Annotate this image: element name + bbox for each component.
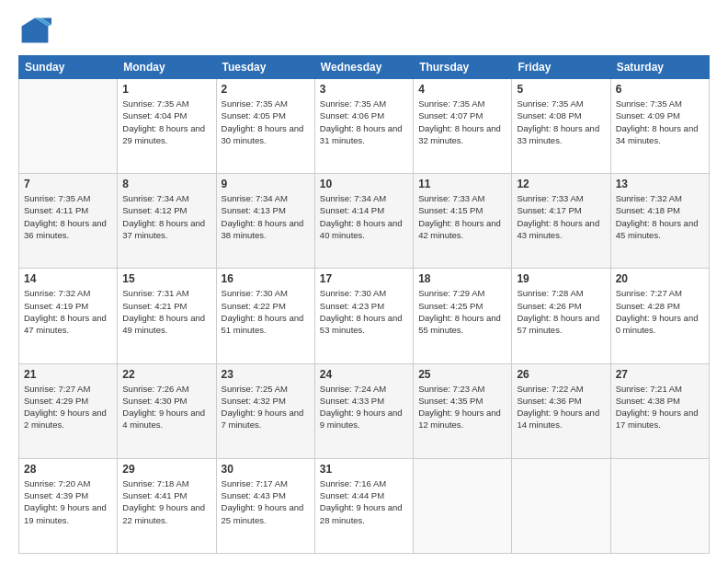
day-number: 27 bbox=[616, 368, 704, 381]
calendar-week-5: 28Sunrise: 7:20 AMSunset: 4:39 PMDayligh… bbox=[19, 458, 710, 553]
day-info: Sunrise: 7:34 AMSunset: 4:14 PMDaylight:… bbox=[320, 192, 408, 241]
day-number: 25 bbox=[418, 368, 506, 381]
calendar-week-1: 1Sunrise: 7:35 AMSunset: 4:04 PMDaylight… bbox=[19, 79, 710, 174]
day-info: Sunrise: 7:35 AMSunset: 4:08 PMDaylight:… bbox=[517, 98, 605, 146]
calendar-cell: 2Sunrise: 7:35 AMSunset: 4:05 PMDaylight… bbox=[216, 79, 314, 174]
day-info: Sunrise: 7:21 AMSunset: 4:38 PMDaylight:… bbox=[616, 383, 704, 431]
calendar-week-2: 7Sunrise: 7:35 AMSunset: 4:11 PMDaylight… bbox=[19, 174, 710, 269]
calendar-cell: 1Sunrise: 7:35 AMSunset: 4:04 PMDaylight… bbox=[118, 79, 216, 174]
weekday-header-tuesday: Tuesday bbox=[216, 56, 314, 79]
header bbox=[18, 15, 710, 48]
day-info: Sunrise: 7:30 AMSunset: 4:23 PMDaylight:… bbox=[320, 287, 408, 336]
logo bbox=[18, 15, 55, 48]
day-number: 15 bbox=[122, 272, 210, 285]
calendar-table: SundayMondayTuesdayWednesdayThursdayFrid… bbox=[18, 55, 710, 554]
day-info: Sunrise: 7:33 AMSunset: 4:15 PMDaylight:… bbox=[418, 192, 506, 241]
calendar-cell: 31Sunrise: 7:16 AMSunset: 4:44 PMDayligh… bbox=[314, 458, 413, 553]
day-info: Sunrise: 7:32 AMSunset: 4:19 PMDaylight:… bbox=[24, 287, 112, 336]
calendar-cell: 7Sunrise: 7:35 AMSunset: 4:11 PMDaylight… bbox=[19, 174, 118, 269]
day-info: Sunrise: 7:28 AMSunset: 4:26 PMDaylight:… bbox=[517, 287, 605, 336]
calendar-cell: 30Sunrise: 7:17 AMSunset: 4:43 PMDayligh… bbox=[216, 458, 314, 553]
day-info: Sunrise: 7:17 AMSunset: 4:43 PMDaylight:… bbox=[222, 477, 310, 526]
day-number: 17 bbox=[320, 272, 408, 285]
weekday-header-row: SundayMondayTuesdayWednesdayThursdayFrid… bbox=[19, 56, 710, 79]
day-info: Sunrise: 7:34 AMSunset: 4:12 PMDaylight:… bbox=[122, 192, 210, 241]
calendar-cell: 17Sunrise: 7:30 AMSunset: 4:23 PMDayligh… bbox=[314, 269, 413, 363]
day-number: 31 bbox=[320, 463, 408, 476]
day-number: 8 bbox=[122, 178, 210, 190]
calendar-cell: 8Sunrise: 7:34 AMSunset: 4:12 PMDaylight… bbox=[118, 174, 216, 269]
day-number: 9 bbox=[222, 178, 310, 190]
day-info: Sunrise: 7:24 AMSunset: 4:33 PMDaylight:… bbox=[320, 383, 408, 431]
day-info: Sunrise: 7:34 AMSunset: 4:13 PMDaylight:… bbox=[222, 192, 310, 241]
day-info: Sunrise: 7:20 AMSunset: 4:39 PMDaylight:… bbox=[24, 477, 112, 526]
calendar-cell: 11Sunrise: 7:33 AMSunset: 4:15 PMDayligh… bbox=[414, 174, 512, 269]
day-number: 28 bbox=[24, 463, 112, 476]
day-info: Sunrise: 7:23 AMSunset: 4:35 PMDaylight:… bbox=[418, 383, 506, 431]
weekday-header-thursday: Thursday bbox=[414, 56, 512, 79]
day-number: 24 bbox=[320, 368, 408, 381]
day-info: Sunrise: 7:22 AMSunset: 4:36 PMDaylight:… bbox=[517, 383, 605, 431]
day-info: Sunrise: 7:32 AMSunset: 4:18 PMDaylight:… bbox=[616, 192, 704, 241]
weekday-header-wednesday: Wednesday bbox=[314, 56, 413, 79]
day-info: Sunrise: 7:35 AMSunset: 4:07 PMDaylight:… bbox=[418, 98, 506, 146]
calendar-week-4: 21Sunrise: 7:27 AMSunset: 4:29 PMDayligh… bbox=[19, 363, 710, 458]
day-info: Sunrise: 7:35 AMSunset: 4:05 PMDaylight:… bbox=[222, 98, 310, 146]
day-number: 23 bbox=[222, 368, 310, 381]
calendar-cell bbox=[19, 79, 118, 174]
day-number: 30 bbox=[222, 463, 310, 476]
calendar-cell bbox=[610, 458, 709, 553]
weekday-header-sunday: Sunday bbox=[19, 56, 118, 79]
day-number: 12 bbox=[517, 178, 605, 190]
calendar-cell: 23Sunrise: 7:25 AMSunset: 4:32 PMDayligh… bbox=[216, 363, 314, 458]
calendar-cell: 21Sunrise: 7:27 AMSunset: 4:29 PMDayligh… bbox=[19, 363, 118, 458]
day-number: 13 bbox=[616, 178, 704, 190]
calendar-cell bbox=[414, 458, 512, 553]
day-number: 4 bbox=[418, 83, 506, 96]
day-number: 26 bbox=[517, 368, 605, 381]
day-number: 1 bbox=[122, 83, 210, 96]
day-info: Sunrise: 7:26 AMSunset: 4:30 PMDaylight:… bbox=[122, 383, 210, 431]
calendar-cell: 19Sunrise: 7:28 AMSunset: 4:26 PMDayligh… bbox=[512, 269, 610, 363]
day-number: 20 bbox=[616, 272, 704, 285]
calendar-cell: 18Sunrise: 7:29 AMSunset: 4:25 PMDayligh… bbox=[414, 269, 512, 363]
weekday-header-friday: Friday bbox=[512, 56, 610, 79]
calendar-cell: 4Sunrise: 7:35 AMSunset: 4:07 PMDaylight… bbox=[414, 79, 512, 174]
day-info: Sunrise: 7:33 AMSunset: 4:17 PMDaylight:… bbox=[517, 192, 605, 241]
day-number: 7 bbox=[24, 178, 112, 190]
day-info: Sunrise: 7:30 AMSunset: 4:22 PMDaylight:… bbox=[222, 287, 310, 336]
calendar-cell: 16Sunrise: 7:30 AMSunset: 4:22 PMDayligh… bbox=[216, 269, 314, 363]
calendar-cell: 27Sunrise: 7:21 AMSunset: 4:38 PMDayligh… bbox=[610, 363, 709, 458]
day-info: Sunrise: 7:18 AMSunset: 4:41 PMDaylight:… bbox=[122, 477, 210, 526]
day-number: 10 bbox=[320, 178, 408, 190]
day-number: 29 bbox=[122, 463, 210, 476]
day-info: Sunrise: 7:27 AMSunset: 4:28 PMDaylight:… bbox=[616, 287, 704, 336]
calendar-cell: 20Sunrise: 7:27 AMSunset: 4:28 PMDayligh… bbox=[610, 269, 709, 363]
calendar-cell: 5Sunrise: 7:35 AMSunset: 4:08 PMDaylight… bbox=[512, 79, 610, 174]
calendar-cell: 26Sunrise: 7:22 AMSunset: 4:36 PMDayligh… bbox=[512, 363, 610, 458]
calendar-cell: 12Sunrise: 7:33 AMSunset: 4:17 PMDayligh… bbox=[512, 174, 610, 269]
calendar-cell: 22Sunrise: 7:26 AMSunset: 4:30 PMDayligh… bbox=[118, 363, 216, 458]
calendar-cell: 15Sunrise: 7:31 AMSunset: 4:21 PMDayligh… bbox=[118, 269, 216, 363]
weekday-header-monday: Monday bbox=[118, 56, 216, 79]
day-number: 6 bbox=[616, 83, 704, 96]
day-info: Sunrise: 7:25 AMSunset: 4:32 PMDaylight:… bbox=[222, 383, 310, 431]
calendar-cell: 24Sunrise: 7:24 AMSunset: 4:33 PMDayligh… bbox=[314, 363, 413, 458]
day-number: 18 bbox=[418, 272, 506, 285]
day-number: 3 bbox=[320, 83, 408, 96]
calendar-cell: 28Sunrise: 7:20 AMSunset: 4:39 PMDayligh… bbox=[19, 458, 118, 553]
day-info: Sunrise: 7:27 AMSunset: 4:29 PMDaylight:… bbox=[24, 383, 112, 431]
day-number: 11 bbox=[418, 178, 506, 190]
calendar-cell: 14Sunrise: 7:32 AMSunset: 4:19 PMDayligh… bbox=[19, 269, 118, 363]
day-number: 16 bbox=[222, 272, 310, 285]
calendar-week-3: 14Sunrise: 7:32 AMSunset: 4:19 PMDayligh… bbox=[19, 269, 710, 363]
day-number: 21 bbox=[24, 368, 112, 381]
calendar-cell: 29Sunrise: 7:18 AMSunset: 4:41 PMDayligh… bbox=[118, 458, 216, 553]
day-info: Sunrise: 7:16 AMSunset: 4:44 PMDaylight:… bbox=[320, 477, 408, 526]
calendar-cell: 6Sunrise: 7:35 AMSunset: 4:09 PMDaylight… bbox=[610, 79, 709, 174]
day-info: Sunrise: 7:35 AMSunset: 4:09 PMDaylight:… bbox=[616, 98, 704, 146]
calendar-cell: 25Sunrise: 7:23 AMSunset: 4:35 PMDayligh… bbox=[414, 363, 512, 458]
page: SundayMondayTuesdayWednesdayThursdayFrid… bbox=[0, 0, 728, 563]
day-number: 22 bbox=[122, 368, 210, 381]
calendar-cell: 13Sunrise: 7:32 AMSunset: 4:18 PMDayligh… bbox=[610, 174, 709, 269]
